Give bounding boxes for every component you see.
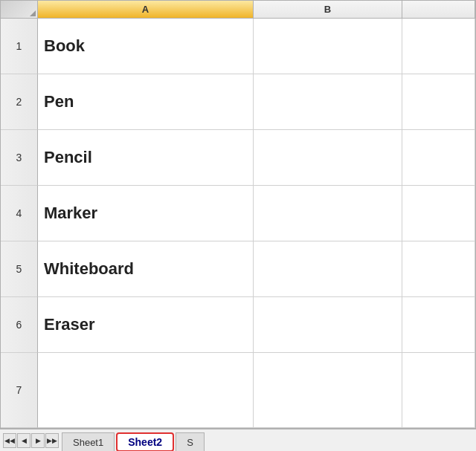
table-row: 2 Pen (1, 74, 475, 130)
cell-a1[interactable]: Book (38, 19, 254, 74)
cell-b7[interactable] (254, 353, 402, 428)
cell-a3[interactable]: Pencil (38, 130, 254, 186)
tab-bar: ◀◀ ◀ ▶ ▶▶ Sheet1 Sheet2 S (0, 429, 476, 451)
data-rows: 1 Book 2 Pen (1, 19, 475, 428)
col-header-c[interactable] (402, 1, 475, 19)
table-row: 7 (1, 353, 475, 428)
row-header-6: 6 (1, 297, 38, 353)
cell-a2[interactable]: Pen (38, 74, 254, 130)
cell-a7[interactable] (38, 353, 254, 428)
cell-a4[interactable]: Marker (38, 186, 254, 241)
spreadsheet: A B 1 Book 2 (0, 0, 476, 451)
cell-b1[interactable] (254, 19, 402, 74)
cell-c2[interactable] (402, 74, 475, 130)
row-header-5: 5 (1, 241, 38, 297)
cell-c6[interactable] (402, 297, 475, 353)
cell-b4[interactable] (254, 186, 402, 241)
next-sheet-button[interactable]: ▶ (31, 433, 45, 448)
cell-b6[interactable] (254, 297, 402, 353)
row-header-4: 4 (1, 186, 38, 241)
col-header-a[interactable]: A (38, 1, 254, 19)
col-header-b[interactable]: B (254, 1, 402, 19)
sheet-tab-sheet1[interactable]: Sheet1 (62, 432, 115, 452)
table-row: 3 Pencil (1, 130, 475, 186)
row-header-3: 3 (1, 130, 38, 186)
cell-c1[interactable] (402, 19, 475, 74)
prev-sheet-button[interactable]: ◀ (17, 433, 30, 448)
grid-area: A B 1 Book 2 (0, 0, 476, 429)
table-row: 1 Book (1, 19, 475, 74)
first-sheet-button[interactable]: ◀◀ (3, 433, 16, 448)
cell-b5[interactable] (254, 241, 402, 297)
cell-a5[interactable]: Whiteboard (38, 241, 254, 297)
cell-b3[interactable] (254, 130, 402, 186)
corner-cell[interactable] (1, 1, 38, 19)
row-header-1: 1 (1, 19, 38, 74)
last-sheet-button[interactable]: ▶▶ (45, 433, 59, 448)
cell-a6[interactable]: Eraser (38, 297, 254, 353)
cell-c4[interactable] (402, 186, 475, 241)
cell-c5[interactable] (402, 241, 475, 297)
table-row: 6 Eraser (1, 297, 475, 353)
row-header-2: 2 (1, 74, 38, 130)
cell-c3[interactable] (402, 130, 475, 186)
row-header-7: 7 (1, 353, 38, 428)
sheet-tab-sheet2[interactable]: Sheet2 (116, 432, 174, 452)
cell-c7[interactable] (402, 353, 475, 428)
table-row: 5 Whiteboard (1, 241, 475, 297)
sheet-tab-sheet3[interactable]: S (176, 432, 205, 452)
sheet-nav-buttons: ◀◀ ◀ ▶ ▶▶ (3, 433, 59, 448)
cell-b2[interactable] (254, 74, 402, 130)
table-row: 4 Marker (1, 186, 475, 241)
col-header-row: A B (1, 1, 475, 19)
